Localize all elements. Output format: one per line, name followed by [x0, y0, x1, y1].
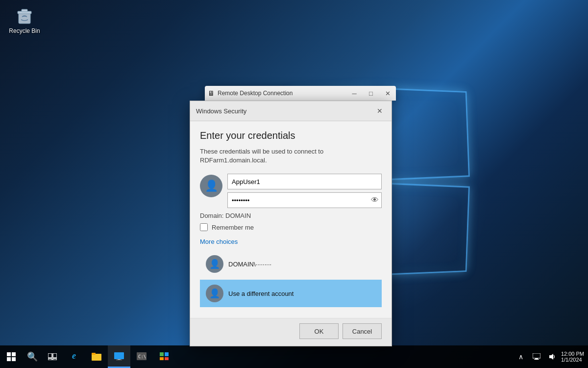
tray-chevron[interactable]: ∧: [514, 350, 528, 364]
account-avatar-different: 👤: [206, 285, 223, 302]
svg-rect-10: [53, 359, 57, 360]
credentials-fields: 👁: [227, 174, 382, 208]
recycle-bin-icon[interactable]: Recycle Bin: [7, 6, 42, 34]
cancel-button[interactable]: Cancel: [343, 323, 382, 339]
taskbar: 🔍 e: [0, 345, 588, 368]
ok-button[interactable]: OK: [299, 323, 339, 339]
svg-rect-14: [114, 352, 124, 359]
rdp-app-icon: 🖥: [208, 89, 215, 97]
remember-me-checkbox[interactable]: [200, 223, 208, 231]
security-dialog: Windows Security ✕ Enter your credential…: [190, 101, 392, 346]
rdp-close-button[interactable]: ✕: [379, 86, 396, 101]
svg-rect-22: [165, 357, 169, 360]
credentials-row: 👤 👁: [200, 174, 382, 208]
taskbar-tray: ∧ 12:00 PM1/1/2024: [514, 350, 588, 364]
rdp-window-controls: ─ □ ✕: [346, 86, 396, 101]
account-name-domain: DOMAIN\·········: [228, 261, 271, 268]
svg-rect-23: [533, 353, 540, 358]
rdp-title: Remote Desktop Connection: [218, 90, 346, 97]
password-wrapper: 👁: [227, 192, 382, 208]
desktop: Recycle Bin 🖥 Remote Desktop Connection …: [0, 0, 588, 368]
task-view-button[interactable]: [42, 346, 63, 367]
svg-rect-3: [7, 352, 11, 356]
svg-rect-24: [535, 358, 538, 359]
svg-rect-5: [7, 357, 11, 361]
remember-me-row: Remember me: [200, 223, 382, 231]
password-toggle-icon[interactable]: 👁: [371, 196, 379, 205]
search-button[interactable]: 🔍: [24, 348, 41, 366]
account-icon-domain: 👤: [209, 259, 220, 269]
recycle-bin-label: Recycle Bin: [9, 27, 40, 34]
svg-rect-4: [12, 352, 16, 356]
account-item-different[interactable]: 👤 Use a different account: [200, 280, 382, 307]
rdp-titlebar: 🖥 Remote Desktop Connection ─ □ ✕: [205, 86, 396, 101]
taskbar-rdp[interactable]: [108, 345, 130, 368]
user-avatar-icon: 👤: [205, 180, 218, 192]
dialog-footer: OK Cancel: [190, 318, 392, 346]
svg-rect-2: [22, 9, 27, 12]
remember-me-label: Remember me: [212, 224, 254, 231]
svg-marker-26: [549, 354, 553, 360]
username-input[interactable]: [227, 174, 382, 189]
svg-rect-25: [534, 359, 539, 360]
dialog-heading: Enter your credentials: [200, 130, 382, 141]
svg-rect-13: [92, 353, 96, 355]
domain-text: Domain: DOMAIN: [200, 212, 382, 219]
more-choices-link[interactable]: More choices: [200, 238, 382, 245]
svg-rect-16: [116, 360, 122, 360]
svg-rect-9: [48, 359, 52, 360]
svg-rect-0: [19, 13, 30, 24]
recycle-bin-image: [15, 6, 34, 26]
tray-monitor[interactable]: [530, 350, 543, 364]
dialog-description: These credentials will be used to connec…: [200, 147, 382, 165]
svg-rect-7: [48, 353, 52, 358]
dialog-body: Enter your credentials These credentials…: [190, 121, 392, 318]
tray-speaker[interactable]: [545, 350, 559, 364]
dialog-titlebar: Windows Security ✕: [190, 101, 392, 121]
password-input[interactable]: [227, 192, 382, 208]
svg-rect-21: [160, 357, 164, 360]
rdp-maximize-button[interactable]: □: [363, 86, 379, 101]
dialog-close-button[interactable]: ✕: [374, 105, 386, 117]
start-button[interactable]: [0, 345, 23, 368]
svg-rect-8: [53, 353, 57, 358]
dialog-title: Windows Security: [196, 107, 246, 115]
svg-text:C:\: C:\: [138, 354, 146, 359]
account-avatar-domain: 👤: [206, 255, 223, 273]
user-avatar: 👤: [200, 175, 222, 197]
taskbar-ie[interactable]: e: [63, 345, 85, 368]
clock: 12:00 PM1/1/2024: [561, 351, 584, 363]
account-item-domain[interactable]: 👤 DOMAIN\·········: [200, 250, 382, 278]
taskbar-explorer[interactable]: [85, 345, 108, 368]
rdp-minimize-button[interactable]: ─: [346, 86, 363, 101]
account-icon-different: 👤: [209, 288, 220, 299]
svg-rect-20: [165, 352, 169, 356]
svg-rect-19: [160, 352, 164, 356]
taskbar-cmd[interactable]: C:\: [130, 345, 153, 368]
account-name-different: Use a different account: [228, 290, 294, 297]
taskbar-app[interactable]: [153, 345, 175, 368]
svg-rect-6: [12, 357, 16, 361]
